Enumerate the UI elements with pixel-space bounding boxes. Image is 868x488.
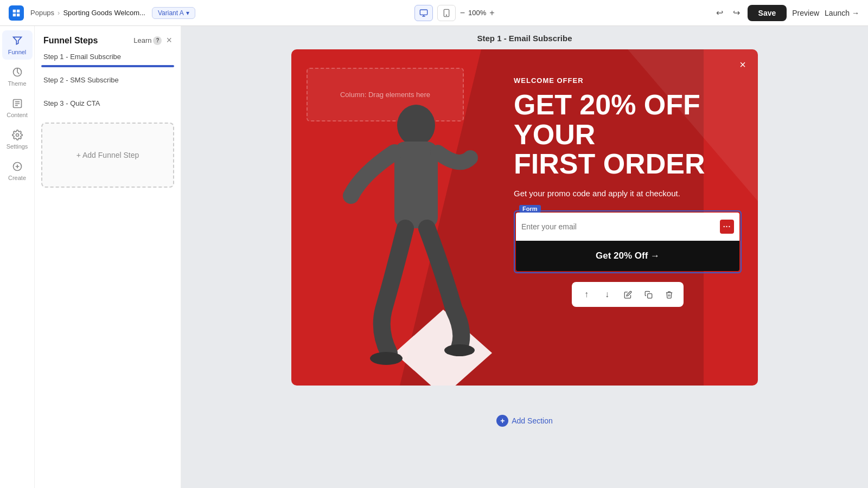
funnel-panel: Funnel Steps Learn ? × Step 1 - Email Su… — [35, 26, 181, 488]
popup-right-content: WELCOME OFFER GET 20% OFF YOUR FIRST ORD… — [514, 76, 742, 307]
welcome-offer-label: WELCOME OFFER — [514, 76, 742, 85]
canvas-area: Step 1 - Email Subscribe × — [181, 26, 868, 488]
step-group-2: Step 2 - SMS Subscribe RECEIVE YOUR CODE… — [35, 76, 181, 99]
add-section-btn[interactable]: + Add Section — [489, 407, 560, 434]
desktop-view-btn[interactable] — [414, 5, 433, 21]
popup-canvas: × Column: Drag elements here — [291, 49, 758, 386]
funnel-header-right: Learn ? × — [133, 35, 172, 46]
variant-selector[interactable]: Variant A ▾ — [152, 7, 195, 19]
add-section-label: Add Section — [512, 416, 553, 425]
email-input[interactable] — [521, 222, 720, 231]
canvas-step-title: Step 1 - Email Subscribe — [181, 26, 868, 49]
chevron-down-icon: ▾ — [186, 9, 189, 17]
submit-button[interactable]: Get 20% Off → — [516, 241, 739, 271]
svg-point-13 — [444, 344, 475, 356]
move-down-btn[interactable]: ↓ — [598, 285, 616, 304]
breadcrumb-current: Sporting Goods Welcom... — [63, 9, 145, 17]
redo-btn[interactable]: ↪ — [731, 5, 742, 20]
sidebar-tab-theme[interactable]: Theme — [2, 62, 33, 91]
step-1-label: Step 1 - Email Subscribe — [41, 53, 174, 61]
funnel-panel-title: Funnel Steps — [43, 36, 98, 46]
zoom-controls: − 100% + — [460, 8, 495, 18]
content-icon — [11, 98, 23, 110]
add-section-icon: + — [496, 415, 508, 427]
svg-rect-0 — [420, 10, 427, 15]
step-group-3: Step 3 - Quiz CTA WELCOME OFFER WHAT ARE… — [35, 99, 181, 123]
form-toolbar: ↑ ↓ — [572, 282, 684, 307]
main-layout: Funnel Theme Content Settings Create — [0, 26, 868, 488]
launch-button[interactable]: Launch → — [825, 9, 859, 17]
form-label-badge: Form — [519, 205, 541, 213]
funnel-panel-close[interactable]: × — [166, 35, 172, 46]
sidebar-tab-content[interactable]: Content — [2, 93, 33, 123]
preview-button[interactable]: Preview — [792, 9, 819, 17]
sub-text: Get your promo code and apply it at chec… — [514, 188, 742, 200]
step-3-thumbnail[interactable]: WELCOME OFFER WHAT ARE YOU SHOPPING FOR?… — [41, 112, 174, 114]
mobile-view-btn[interactable] — [437, 5, 456, 21]
breadcrumb: Popups › Sporting Goods Welcom... — [30, 9, 145, 17]
save-button[interactable]: Save — [748, 5, 787, 21]
undo-btn[interactable]: ↩ — [714, 5, 725, 20]
email-input-row: ··· — [516, 213, 739, 241]
icon-sidebar: Funnel Theme Content Settings Create — [0, 26, 35, 488]
popup-close-icon[interactable]: × — [735, 57, 750, 72]
email-options-btn[interactable]: ··· — [720, 220, 734, 234]
delete-btn[interactable] — [660, 285, 678, 304]
step-3-label: Step 3 - Quiz CTA — [41, 99, 174, 107]
main-headline: GET 20% OFF YOUR FIRST ORDER — [514, 90, 742, 179]
drag-column-text: Column: Drag elements here — [340, 91, 430, 99]
sidebar-tab-settings[interactable]: Settings — [2, 125, 33, 154]
launch-arrow-icon: → — [852, 9, 859, 17]
step-group-1: Step 1 - Email Subscribe WELCOME OFFER G… — [35, 53, 181, 76]
step-2-label: Step 2 - SMS Subscribe — [41, 76, 174, 84]
svg-point-2 — [446, 15, 446, 15]
topbar: Popups › Sporting Goods Welcom... Varian… — [0, 0, 868, 26]
email-form: Form ··· Get 20% Off → — [514, 210, 742, 273]
create-icon — [11, 160, 23, 172]
svg-rect-14 — [647, 293, 652, 298]
add-funnel-step-btn[interactable]: + Add Funnel Step — [41, 123, 174, 188]
view-controls: − 100% + — [414, 5, 495, 21]
canvas-wrapper: × Column: Drag elements here — [181, 49, 868, 488]
learn-button[interactable]: Learn ? — [133, 36, 162, 45]
zoom-out-btn[interactable]: − — [460, 8, 465, 18]
svg-marker-9 — [394, 310, 492, 386]
svg-point-5 — [16, 134, 18, 137]
svg-rect-11 — [394, 142, 438, 228]
edit-btn[interactable] — [618, 285, 637, 304]
step-1-thumbnail[interactable]: WELCOME OFFER GET 20% OFF YOUR FIRST ORD… — [41, 65, 174, 67]
breadcrumb-sep: › — [58, 9, 60, 17]
topbar-actions: ↩ ↪ Save Preview Launch → — [714, 5, 859, 21]
svg-point-12 — [370, 352, 403, 365]
funnel-icon — [11, 35, 23, 47]
theme-icon — [11, 66, 23, 78]
drag-column-area[interactable]: Column: Drag elements here — [307, 68, 464, 121]
funnel-panel-header: Funnel Steps Learn ? × — [35, 26, 181, 53]
sidebar-tab-create[interactable]: Create — [2, 156, 33, 185]
options-dots-icon: ··· — [723, 222, 731, 231]
step-2-thumbnail[interactable]: RECEIVE YOUR CODE VIA SMS Enter your num… — [41, 88, 174, 91]
gear-icon — [11, 129, 23, 141]
breadcrumb-root[interactable]: Popups — [30, 9, 54, 17]
zoom-in-btn[interactable]: + — [489, 8, 494, 18]
help-icon: ? — [153, 36, 162, 45]
duplicate-btn[interactable] — [639, 285, 658, 304]
app-logo — [9, 5, 24, 21]
move-up-btn[interactable]: ↑ — [577, 285, 596, 304]
sidebar-tab-funnel[interactable]: Funnel — [2, 30, 33, 60]
